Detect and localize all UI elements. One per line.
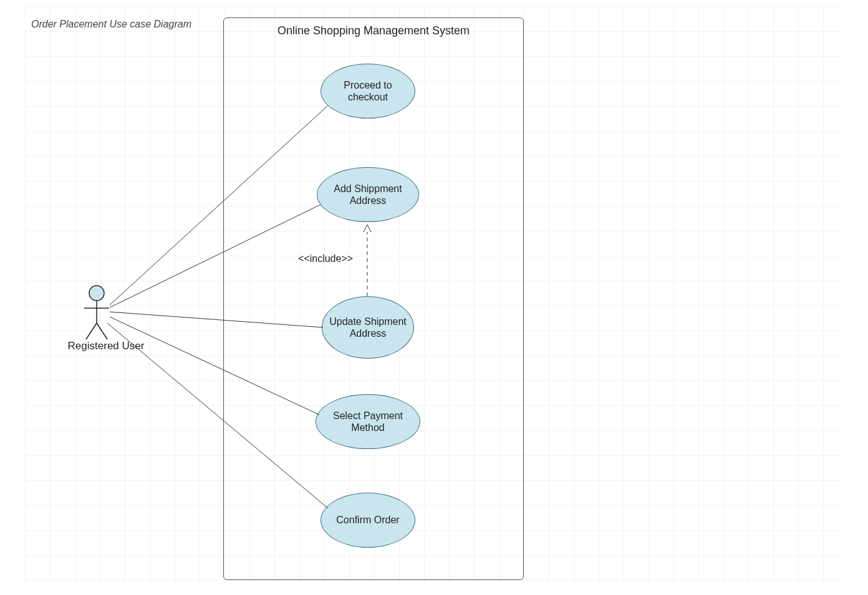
usecase-select-payment-method: Select Payment Method [316,394,420,449]
actor-label: Registered User [56,340,156,352]
usecase-add-shipment-address: Add Shippment Address [317,167,419,222]
usecase-confirm-order: Confirm Order [321,493,415,548]
system-title: Online Shopping Management System [224,24,523,37]
usecase-update-shipment-address: Update Shipment Address [322,296,414,359]
diagram-canvas: Order Placement Use case Diagram Online … [0,0,868,595]
include-label: <<include>> [298,253,353,264]
diagram-title: Order Placement Use case Diagram [31,19,191,30]
usecase-proceed-checkout: Proceed to checkout [321,64,415,119]
